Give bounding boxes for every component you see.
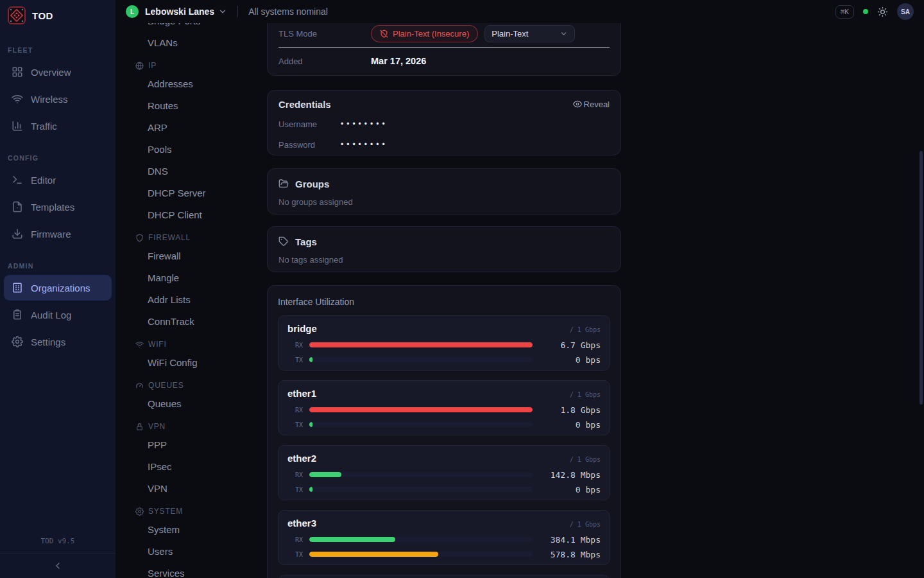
tls-insecure-badge: Plain-Text (Insecure) [371,25,478,42]
tx-label: TX [287,421,303,428]
wifi-icon [135,340,144,349]
theme-toggle-sun-icon[interactable] [877,6,888,17]
subnav-item-routes[interactable]: Routes [116,95,267,117]
download-icon [12,228,23,240]
sidebar-item-overview[interactable]: Overview [4,59,112,85]
interface-name: ether1 [287,388,316,399]
topbar-divider [237,6,238,17]
credentials-title: Credentials [278,99,331,110]
tls-mode-select[interactable]: Plain-Text [484,25,575,42]
sidebar-item-audit-log[interactable]: Audit Log [4,302,112,328]
interface-card-ether3: ether3 / 1 Gbps RX 384.1 Mbps TX 578.8 M… [278,510,610,565]
sidebar-section-admin: ADMIN Organizations Audit Log Settings [0,261,116,355]
chevron-down-icon [218,7,227,16]
tx-label: TX [287,486,303,493]
user-avatar[interactable]: SA [897,3,914,20]
rx-bar-track [309,342,533,347]
added-date: Mar 17, 2026 [371,56,426,66]
subnav-item-firewall[interactable]: Firewall [116,245,267,267]
tx-bar-track [309,422,533,427]
subnav-item-vlans[interactable]: VLANs [116,32,267,54]
rx-label: RX [287,471,303,478]
subnav-item-dhcp-client[interactable]: DHCP Client [116,204,267,226]
main-content: TLS Mode Plain-Text (Insecure) Plain-Tex… [267,0,621,578]
reveal-button[interactable]: Reveal [573,100,610,109]
groups-title: Groups [295,179,329,189]
subnav-item-ppp[interactable]: PPP [116,434,267,456]
sidebar-section-label: FLEET [0,45,116,55]
subnav-item-queues[interactable]: Queues [116,393,267,415]
subnav-item-vpn[interactable]: VPN [116,478,267,500]
org-selector[interactable]: L Lebowski Lanes [126,5,227,18]
rx-value: 6.7 Gbps [539,340,601,350]
tx-bar-fill [309,357,312,362]
app-title: TOD [32,10,53,21]
rx-bar-fill [309,407,533,412]
sidebar-item-label: Templates [31,202,74,213]
subnav-item-system[interactable]: System [116,519,267,541]
shield-off-icon [380,30,388,38]
interface-capacity: / 1 Gbps [570,326,601,333]
reveal-label: Reveal [584,100,610,109]
org-name: Lebowski Lanes [145,6,214,17]
tod-logo-icon [8,6,26,24]
interface-name: bridge [287,323,317,334]
subnav-item-ipsec[interactable]: IPsec [116,456,267,478]
tags-empty-text: No tags assigned [278,254,610,266]
org-avatar: L [126,5,139,18]
rx-bar-row: RX 384.1 Mbps [287,534,601,545]
rx-bar-fill [309,537,395,542]
subnav-item-wifi-config[interactable]: WiFi Config [116,352,267,374]
rx-bar-fill [309,342,533,347]
subnav-header-label: SYSTEM [148,507,183,516]
interface-card-ether4: ether4 / 1 Gbps RX TX [278,575,610,578]
subnav-item-services[interactable]: Services [116,563,267,578]
tx-bar-row: TX 578.8 Mbps [287,548,601,560]
sidebar-item-label: Wireless [31,94,68,105]
sidebar-item-traffic[interactable]: Traffic [4,113,112,139]
page-scrollbar[interactable] [920,151,923,405]
subnav-item-addr-lists[interactable]: Addr Lists [116,289,267,311]
rx-value: 1.8 Gbps [539,405,601,415]
subnav-item-conntrack[interactable]: ConnTrack [116,311,267,333]
tx-bar-fill [309,422,312,427]
gear-icon [12,336,23,347]
sidebar-item-templates[interactable]: Templates [4,194,112,220]
credential-row-username: Username •••••••• [278,118,610,130]
rx-value: 384.1 Mbps [539,535,601,545]
file-icon [12,201,23,213]
chart-icon [12,120,23,132]
sidebar-item-wireless[interactable]: Wireless [4,86,112,112]
topbar: L Lebowski Lanes All systems nominal ⌘K … [116,0,924,23]
sidebar-item-organizations[interactable]: Organizations [4,275,112,301]
subnav-item-dns[interactable]: DNS [116,161,267,182]
rx-bar-row: RX 6.7 Gbps [287,339,601,351]
subnav-item-addresses[interactable]: Addresses [116,73,267,95]
subnav-item-mangle[interactable]: Mangle [116,267,267,289]
tls-select-value: Plain-Text [492,29,528,39]
interface-name: ether2 [287,453,316,464]
credential-row-password: Password •••••••• [278,138,610,151]
rx-bar-track [309,407,533,412]
sidebar-item-label: Traffic [31,121,57,132]
sidebar-collapse-button[interactable] [0,554,116,578]
rx-bar-row: RX 1.8 Gbps [287,404,601,416]
added-label: Added [278,57,371,66]
sidebar-section-fleet: FLEET Overview Wireless Traffic [0,45,116,139]
sidebar-section-label: CONFIG [0,153,116,163]
subnav-item-pools[interactable]: Pools [116,139,267,161]
sidebar-item-label: Organizations [31,283,90,293]
tx-bar-row: TX 0 bps [287,354,601,365]
sidebar-nav: FLEET Overview Wireless Traffic CONFIG E… [0,45,116,355]
command-palette-shortcut[interactable]: ⌘K [835,5,854,19]
sidebar-item-editor[interactable]: Editor [4,167,112,193]
sidebar-item-settings[interactable]: Settings [4,329,112,355]
sidebar-item-firmware[interactable]: Firmware [4,221,112,247]
tx-value: 578.8 Mbps [539,550,601,559]
sidebar-item-label: Settings [31,337,65,347]
subnav-item-arp[interactable]: ARP [116,117,267,139]
subnav-item-dhcp-server[interactable]: DHCP Server [116,182,267,204]
credential-label: Password [278,140,341,150]
subnav-item-users[interactable]: Users [116,541,267,563]
interface-card-ether2: ether2 / 1 Gbps RX 142.8 Mbps TX 0 bps [278,445,610,500]
